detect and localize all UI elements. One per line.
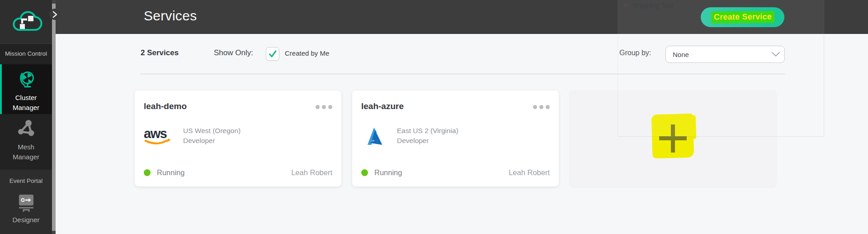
service-owner: Leah Robert (509, 168, 550, 177)
service-name: leah-demo (144, 101, 187, 111)
status-running-icon (144, 169, 151, 176)
sidebar-scrollbar (52, 0, 56, 234)
service-menu-button[interactable] (315, 104, 333, 110)
sidebar: Mission Control Cluster Manager (0, 0, 56, 234)
status-running-icon (361, 169, 368, 176)
event-portal-section: Event Portal Designer (0, 170, 52, 234)
mesh-manager-label: Mesh Manager (0, 139, 52, 162)
group-by-dropdown[interactable]: None (665, 46, 785, 63)
service-status: Running (157, 168, 184, 177)
sidebar-scrollbar-thumb[interactable] (52, 4, 56, 231)
created-by-me-label: Created by Me (285, 49, 329, 57)
sidebar-expand-button[interactable] (49, 9, 61, 20)
cluster-manager-label: Cluster Manager (0, 90, 52, 113)
service-owner: Leah Robert (291, 168, 332, 177)
plus-icon[interactable] (570, 91, 776, 186)
service-tier: Developer (183, 136, 241, 146)
aws-logo: aws (144, 126, 172, 147)
services-count: 2 Services (141, 48, 179, 57)
ellipsis-icon (533, 105, 537, 109)
solace-cloud-logo-icon (10, 8, 42, 35)
service-card-leah-azure[interactable]: leah-azure East US 2 (Virginia) Develope… (352, 91, 559, 186)
sidebar-item-designer[interactable]: Designer (0, 184, 52, 225)
service-tier: Developer (397, 136, 458, 146)
group-by-selected-value: None (666, 51, 771, 58)
event-portal-label[interactable]: Event Portal (0, 170, 52, 184)
mission-control-label: Mission Control (0, 44, 52, 64)
show-only-label: Show Only: (214, 48, 253, 57)
create-service-label-highlighted: Create Service (711, 11, 774, 24)
group-by-label: Group by: (619, 49, 651, 57)
service-card-leah-demo[interactable]: leah-demo aws US West (Oregon) Developer (135, 91, 341, 186)
service-name: leah-azure (361, 101, 404, 111)
page-title: Services (144, 8, 197, 24)
chevron-down-icon (771, 52, 780, 57)
toolbar-divider (140, 74, 785, 74)
service-menu-button[interactable] (532, 104, 551, 110)
monitor-icon (16, 193, 37, 212)
service-cards-row: leah-demo aws US West (Oregon) Developer (135, 91, 776, 186)
app-logo[interactable] (0, 0, 52, 44)
globe-icon (17, 70, 37, 90)
checkmark-icon (268, 49, 278, 59)
network-icon (16, 119, 37, 139)
sidebar-item-mesh-manager[interactable]: Mesh Manager (0, 114, 52, 170)
create-service-button[interactable]: Create Service (701, 7, 784, 27)
service-status: Running (374, 168, 402, 177)
created-by-me-checkbox[interactable] (266, 47, 279, 61)
svg-text:aws: aws (144, 126, 167, 141)
service-region: East US 2 (Virginia) (397, 126, 458, 136)
service-region: US West (Oregon) (183, 126, 241, 136)
designer-label: Designer (0, 212, 52, 225)
top-header: Services Create Service (56, 0, 868, 34)
services-content: 2 Services Show Only: Created by Me Grou… (56, 34, 868, 234)
chevron-right-icon (52, 11, 57, 18)
azure-logo (363, 126, 386, 147)
add-service-card[interactable] (570, 91, 776, 186)
mission-control-section: Mission Control Cluster Manager (0, 44, 52, 170)
ellipsis-icon (316, 105, 320, 109)
sidebar-item-cluster-manager[interactable]: Cluster Manager (0, 64, 52, 114)
